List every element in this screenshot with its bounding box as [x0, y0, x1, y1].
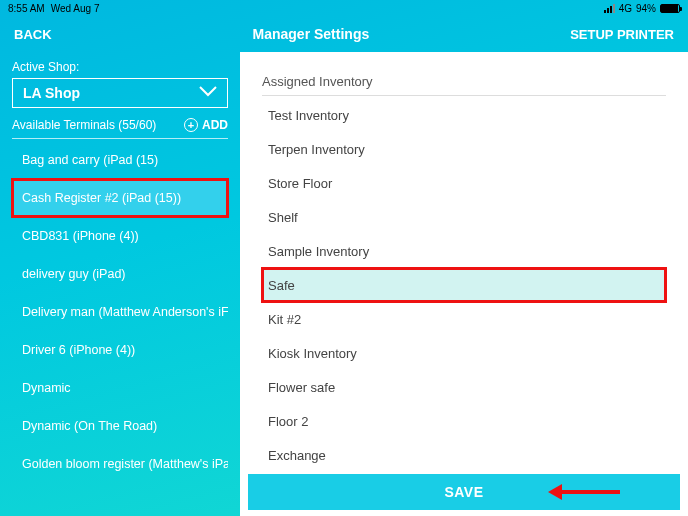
inventory-item[interactable]: Shelf [262, 200, 666, 234]
setup-printer-button[interactable]: SETUP PRINTER [570, 27, 674, 42]
terminal-item[interactable]: Dynamic [12, 369, 228, 407]
add-terminal-button[interactable]: + ADD [184, 118, 228, 132]
annotation-arrow [548, 484, 620, 500]
active-shop-select[interactable]: LA Shop [12, 78, 228, 108]
add-terminal-label: ADD [202, 118, 228, 132]
inventory-item[interactable]: Terpen Inventory [262, 132, 666, 166]
content-panel: Assigned Inventory Test InventoryTerpen … [240, 52, 688, 516]
plus-circle-icon: + [184, 118, 198, 132]
inventory-item[interactable]: Kiosk Inventory [262, 336, 666, 370]
status-battery-pct: 94% [636, 3, 656, 14]
inventory-item[interactable]: Floor 2 [262, 404, 666, 438]
save-button[interactable]: SAVE [248, 474, 680, 510]
assigned-inventory-title: Assigned Inventory [262, 74, 666, 89]
inventory-item[interactable]: Sample Inventory [262, 234, 666, 268]
terminal-item[interactable]: delivery guy (iPad) [12, 255, 228, 293]
terminal-item[interactable]: Bag and carry (iPad (15) [12, 141, 228, 179]
inventory-item[interactable]: Safe [262, 268, 666, 302]
terminal-list: Bag and carry (iPad (15)Cash Register #2… [12, 141, 228, 483]
chevron-down-icon [199, 85, 217, 101]
terminal-item[interactable]: Delivery man (Matthew Anderson's iF [12, 293, 228, 331]
status-network: 4G [619, 3, 632, 14]
inventory-list: Test InventoryTerpen InventoryStore Floo… [262, 98, 666, 472]
terminal-item[interactable]: Golden bloom register (Matthew's iPa [12, 445, 228, 483]
status-time: 8:55 AM [8, 3, 45, 14]
terminal-item[interactable]: Driver 6 (iPhone (4)) [12, 331, 228, 369]
app-header: BACK Manager Settings SETUP PRINTER [0, 16, 688, 52]
terminal-item[interactable]: Dynamic (On The Road) [12, 407, 228, 445]
status-bar: 8:55 AM Wed Aug 7 4G 94% [0, 0, 688, 16]
save-button-label: SAVE [444, 484, 483, 500]
signal-icon [604, 4, 615, 13]
inventory-item[interactable]: Test Inventory [262, 98, 666, 132]
available-terminals-label: Available Terminals (55/60) [12, 118, 156, 132]
inventory-item[interactable]: Flower safe [262, 370, 666, 404]
active-shop-value: LA Shop [23, 85, 80, 101]
inventory-item[interactable]: Kit #2 [262, 302, 666, 336]
inventory-item[interactable]: Store Floor [262, 166, 666, 200]
divider [262, 95, 666, 96]
status-date: Wed Aug 7 [51, 3, 100, 14]
page-title: Manager Settings [253, 26, 370, 42]
terminal-item[interactable]: CBD831 (iPhone (4)) [12, 217, 228, 255]
sidebar: Active Shop: LA Shop Available Terminals… [0, 52, 240, 516]
battery-icon [660, 4, 680, 13]
terminal-item[interactable]: Cash Register #2 (iPad (15)) [12, 179, 228, 217]
inventory-item[interactable]: Exchange [262, 438, 666, 472]
active-shop-label: Active Shop: [12, 60, 228, 74]
back-button[interactable]: BACK [14, 27, 52, 42]
